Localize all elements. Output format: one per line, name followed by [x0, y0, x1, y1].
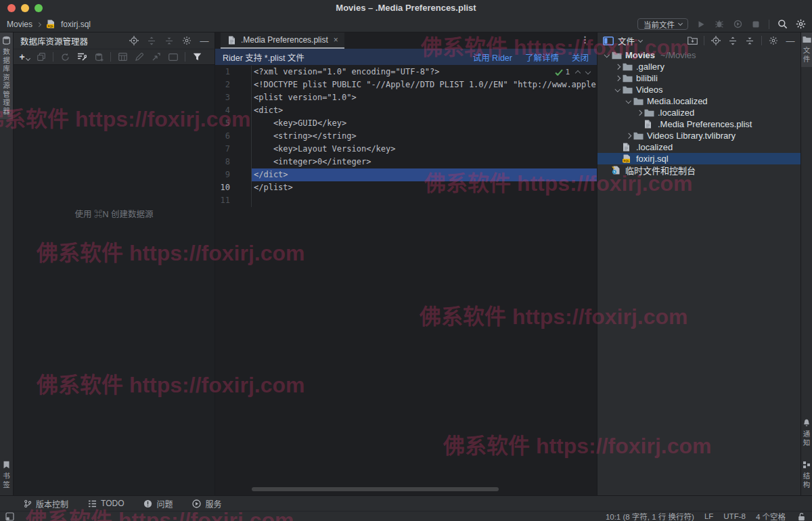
hide-panel-icon[interactable]: —	[199, 35, 210, 46]
files-panel-title[interactable]: 文件	[618, 35, 635, 47]
line-ending-widget[interactable]: LF	[704, 512, 713, 520]
main-area: 数据库资源管理器 书签 数据库资源管理器 —	[0, 32, 812, 495]
stripe-tab-files[interactable]: 文件	[801, 32, 812, 67]
tab-options-kebab-icon[interactable]: ⋮	[581, 35, 589, 44]
chevron-down-icon[interactable]	[602, 54, 612, 57]
project-view-icon	[603, 35, 614, 46]
rider-banner: Rider 支持 *.plist 文件 试用 Rider 了解详情 关闭	[215, 49, 597, 65]
query-console-icon[interactable]	[168, 51, 179, 62]
close-tab-icon[interactable]: ×	[334, 36, 338, 44]
banner-try-rider-link[interactable]: 试用 Rider	[473, 51, 512, 64]
chevron-down-icon[interactable]	[612, 89, 623, 91]
locate-icon[interactable]	[129, 35, 139, 46]
next-problem-icon[interactable]	[585, 68, 591, 74]
code-line: 5 <key>GUID</key>	[215, 117, 597, 130]
code-line: 11	[215, 194, 597, 207]
encoding-widget[interactable]: UTF-8	[723, 512, 746, 520]
tree-row-movies[interactable]: Movies ~/Movies	[597, 49, 800, 61]
expand-all-icon[interactable]	[727, 35, 738, 46]
right-toolwindow-stripe: 文件 通知 结构	[800, 32, 812, 495]
settings-gear-icon[interactable]	[795, 19, 806, 30]
breadcrumb-file[interactable]: foxirj.sql	[61, 20, 91, 29]
tree-row-localized-file[interactable]: .localized	[597, 141, 800, 153]
toolwindow-switcher-icon[interactable]	[4, 511, 15, 521]
filter-funnel-icon[interactable]	[191, 51, 202, 62]
duplicate-icon[interactable]	[36, 51, 47, 62]
chevron-right-icon[interactable]	[634, 111, 644, 115]
run-with-coverage-button[interactable]	[732, 19, 743, 30]
stripe-tab-structure[interactable]: 结构	[801, 457, 812, 493]
search-everywhere-icon[interactable]	[777, 19, 788, 30]
todo-list-icon	[88, 500, 97, 507]
edit-pencil-icon[interactable]	[134, 51, 145, 62]
chevron-down-icon	[678, 21, 683, 26]
toolwindow-problems[interactable]: 问题	[143, 498, 173, 509]
datasource-properties-icon[interactable]	[76, 51, 87, 62]
previous-problem-icon[interactable]	[575, 70, 581, 76]
tree-row-bilibili[interactable]: bilibili	[597, 72, 800, 84]
hide-panel-icon[interactable]: —	[785, 35, 796, 46]
stop-button[interactable]	[750, 19, 761, 30]
inspection-widget[interactable]: 1	[555, 68, 590, 76]
locate-icon[interactable]	[710, 35, 721, 46]
banner-learn-more-link[interactable]: 了解详情	[525, 51, 559, 64]
chevron-down-icon[interactable]	[623, 100, 633, 103]
debug-button[interactable]	[714, 19, 725, 30]
tree-row-localized-folder[interactable]: .localized	[597, 107, 800, 118]
editor-tab-plist[interactable]: .Media Preferences.plist ×	[221, 32, 344, 49]
table-icon[interactable]	[117, 51, 128, 62]
plist-file-icon	[644, 120, 657, 129]
collapse-all-icon[interactable]	[164, 35, 175, 46]
tree-row-media-localized[interactable]: Media.localized	[597, 95, 800, 107]
tree-row-path-hint: ~/Movies	[660, 50, 696, 60]
caret-position-widget[interactable]: 10:1 (8 字符, 1 行 换行符)	[606, 511, 694, 521]
horizontal-scrollbar[interactable]	[252, 487, 499, 491]
bookmark-icon	[3, 461, 10, 469]
tree-row-videos[interactable]: Videos	[597, 84, 800, 95]
inspection-count: 1	[565, 68, 570, 76]
chevron-down-icon[interactable]	[638, 37, 643, 42]
code-editor[interactable]: 1<?xml version="1.0" encoding="UTF-8"?> …	[215, 65, 597, 495]
chevron-right-icon[interactable]	[612, 65, 623, 69]
refresh-icon[interactable]	[60, 51, 70, 62]
panel-options-gear-icon[interactable]	[768, 35, 779, 46]
panel-options-gear-icon[interactable]	[181, 35, 192, 46]
run-button[interactable]	[696, 19, 706, 30]
chevron-right-icon[interactable]	[612, 76, 623, 81]
scratches-icon	[612, 166, 625, 175]
exclamation-circle-icon	[143, 499, 152, 508]
banner-close-link[interactable]: 关闭	[572, 51, 589, 64]
tree-row-videos-library[interactable]: Videos Library.tvlibrary	[597, 130, 800, 141]
select-opened-file-icon[interactable]	[687, 35, 698, 46]
folder-icon	[623, 74, 635, 83]
tree-row-media-preferences-plist[interactable]: .Media Preferences.plist	[597, 118, 800, 130]
editor-area: .Media Preferences.plist × ⋮ Rider 支持 *.…	[215, 32, 597, 495]
stripe-tab-database[interactable]: 数据库资源管理器	[0, 32, 13, 119]
add-datasource-button[interactable]: +	[19, 51, 30, 62]
window-title: Movies – .Media Preferences.plist	[0, 0, 812, 16]
expand-all-icon[interactable]	[146, 35, 157, 46]
indent-widget[interactable]: 4 个空格	[756, 511, 786, 521]
lock-icon[interactable]	[796, 511, 807, 521]
tree-row-scratches[interactable]: 临时文件和控制台	[597, 164, 800, 176]
chevron-right-icon[interactable]	[623, 134, 633, 138]
toolwindow-todo[interactable]: TODO	[88, 499, 124, 508]
run-configuration-select[interactable]: 当前文件	[637, 18, 688, 30]
stripe-tab-notifications[interactable]: 通知	[801, 415, 812, 451]
code-line: 3<plist version="1.0">	[215, 91, 597, 104]
inspections-check-icon	[555, 69, 563, 76]
goto-ddl-icon[interactable]	[151, 51, 162, 62]
folder-icon	[623, 86, 635, 94]
stripe-tab-bookmarks[interactable]: 书签	[0, 457, 13, 493]
attach-schema-icon[interactable]	[93, 51, 104, 62]
play-circle-icon	[192, 499, 201, 508]
toolwindow-services[interactable]: 服务	[192, 498, 221, 509]
code-line: 6 <string></string>	[215, 130, 597, 143]
editor-tab-label: .Media Preferences.plist	[241, 35, 328, 45]
collapse-all-icon[interactable]	[744, 35, 755, 46]
svg-text:SQL: SQL	[47, 24, 53, 28]
breadcrumb-movies[interactable]: Movies	[7, 20, 32, 29]
tree-row-gallery[interactable]: .gallery	[597, 61, 800, 72]
toolwindow-version-control[interactable]: 版本控制	[24, 498, 68, 509]
tree-row-foxirj-sql[interactable]: SQL foxirj.sql	[597, 153, 800, 164]
